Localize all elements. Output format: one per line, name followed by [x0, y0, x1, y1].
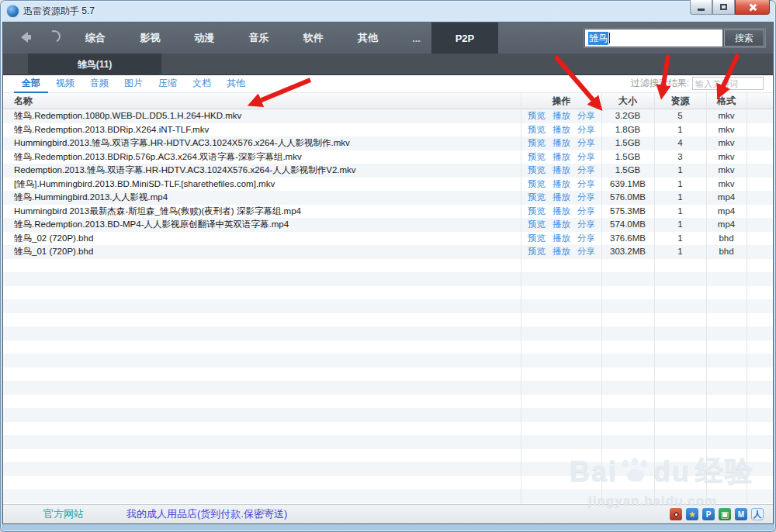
table-row[interactable]: Redemption.2013.雏鸟.双语字幕.HR-HDTV.AC3.1024…: [3, 164, 773, 178]
table-row[interactable]: 雏鸟.Redemption.1080p.WEB-DL.DD5.1.H.264-H…: [3, 109, 773, 123]
table-row[interactable]: 雏鸟.Redemption.2013.BD-MP4-人人影视原创翻译中英双语字幕…: [3, 218, 773, 232]
action-link[interactable]: 分享: [577, 136, 595, 150]
action-link[interactable]: 播放: [553, 109, 570, 123]
minimize-button[interactable]: [690, 0, 712, 15]
tab-p2p[interactable]: P2P: [431, 22, 498, 54]
search-button[interactable]: 搜索: [724, 29, 764, 47]
action-link[interactable]: 预览: [528, 218, 546, 232]
filter-tab[interactable]: 视频: [48, 75, 82, 93]
action-link[interactable]: 分享: [577, 164, 595, 178]
category-tab[interactable]: 动漫: [188, 31, 220, 45]
action-link[interactable]: 预览: [528, 232, 546, 246]
action-link[interactable]: 播放: [553, 178, 570, 192]
action-link[interactable]: 分享: [577, 205, 595, 219]
table-row[interactable]: [雏鸟].Hummingbird.2013.BD.MiniSD-TLF.[sha…: [3, 178, 773, 192]
action-link[interactable]: 预览: [528, 245, 546, 259]
action-link[interactable]: 播放: [553, 245, 570, 259]
camera-icon[interactable]: [670, 508, 682, 520]
category-tab[interactable]: 音乐: [243, 31, 275, 45]
star-icon[interactable]: ★: [686, 508, 698, 520]
player-icon[interactable]: P: [702, 508, 715, 520]
empty-row: [3, 299, 773, 313]
close-button[interactable]: [735, 0, 770, 15]
header-name: 名称: [14, 93, 33, 109]
book-icon[interactable]: M: [735, 508, 747, 520]
action-link[interactable]: 分享: [577, 191, 595, 205]
empty-row: [3, 340, 773, 354]
file-size: 576.0MB: [601, 191, 654, 205]
category-tab[interactable]: 影视: [133, 31, 166, 45]
filter-input[interactable]: [692, 77, 764, 90]
resource-count: 1: [654, 232, 706, 246]
main-toolbar: ... 综合影视动漫音乐软件其他 P2P 雏鸟 搜索: [3, 22, 773, 54]
row-actions: 预览播放分享: [521, 150, 601, 164]
action-link[interactable]: 预览: [528, 123, 546, 137]
action-link[interactable]: 播放: [553, 205, 570, 219]
result-tab-active[interactable]: 雏鸟(11): [28, 54, 161, 75]
file-name: Hummingbird 2013最新杰森-斯坦森_雏鸟(救赎)(夜刑者) 深影字…: [14, 205, 517, 219]
empty-row: [3, 381, 773, 395]
category-more[interactable]: ...: [406, 33, 427, 44]
filter-tab[interactable]: 文档: [185, 75, 219, 93]
action-link[interactable]: 分享: [577, 178, 595, 192]
action-link[interactable]: 播放: [553, 218, 570, 232]
action-link[interactable]: 预览: [528, 109, 546, 123]
resource-count: 3: [654, 150, 706, 164]
table-row[interactable]: Hummingbird 2013最新杰森-斯坦森_雏鸟(救赎)(夜刑者) 深影字…: [3, 205, 773, 219]
action-link[interactable]: 播放: [553, 191, 570, 205]
category-tab[interactable]: 软件: [297, 31, 330, 45]
table-row[interactable]: 雏鸟_02 (720P).bhd 预览播放分享 376.6MB 1 bhd: [3, 232, 773, 246]
action-link[interactable]: 分享: [577, 218, 595, 232]
table-body: 雏鸟.Redemption.1080p.WEB-DL.DD5.1.H.264-H…: [3, 109, 773, 504]
filter-tab[interactable]: 压缩: [151, 75, 185, 93]
category-tab[interactable]: 其他: [352, 31, 384, 45]
action-link[interactable]: 分享: [577, 150, 595, 164]
action-link[interactable]: 播放: [553, 150, 570, 164]
action-link[interactable]: 预览: [528, 191, 546, 205]
refresh-icon[interactable]: [47, 29, 63, 45]
window-title: 迅雷资源助手 5.7: [23, 5, 95, 18]
action-link[interactable]: 分享: [577, 123, 595, 137]
table-row[interactable]: 雏鸟.Redemption.2013.BDRip.576p.AC3.x264.双…: [3, 150, 773, 164]
action-link[interactable]: 分享: [577, 232, 595, 246]
filter-tab[interactable]: 全部: [14, 75, 48, 93]
empty-row: [3, 326, 773, 340]
column-separator: [706, 93, 707, 504]
action-link[interactable]: 播放: [553, 232, 570, 246]
resource-count: 1: [654, 218, 706, 232]
row-actions: 预览播放分享: [521, 218, 601, 232]
table-row[interactable]: 雏鸟.Redemption.2013.BDRip.X264.iNT-TLF.mk…: [3, 123, 773, 137]
search-input[interactable]: 雏鸟: [585, 29, 722, 47]
filter-tab[interactable]: 其他: [219, 75, 253, 93]
row-actions: 预览播放分享: [521, 245, 601, 259]
screen-icon[interactable]: ▣: [719, 508, 731, 520]
action-link[interactable]: 预览: [528, 205, 546, 219]
person-icon[interactable]: 人: [751, 508, 764, 520]
action-link[interactable]: 预览: [528, 150, 546, 164]
file-size: 575.3MB: [601, 205, 654, 219]
filter-tab[interactable]: 图片: [116, 75, 151, 93]
action-link[interactable]: 播放: [553, 136, 570, 150]
back-icon[interactable]: [16, 31, 33, 43]
action-link[interactable]: 预览: [528, 178, 546, 192]
maximize-button[interactable]: [712, 0, 735, 15]
column-separator: [747, 93, 747, 504]
action-link[interactable]: 分享: [577, 245, 595, 259]
file-size: 1.8GB: [601, 123, 654, 137]
official-site-link[interactable]: 官方网站: [43, 507, 84, 521]
action-link[interactable]: 分享: [577, 109, 595, 123]
file-format: mkv: [706, 164, 747, 178]
filter-tab[interactable]: 音频: [82, 75, 116, 93]
action-link[interactable]: 预览: [528, 136, 546, 150]
table-row[interactable]: 雏鸟_01 (720P).bhd 预览播放分享 303.2MB 1 bhd: [3, 245, 773, 259]
action-link[interactable]: 预览: [528, 164, 546, 178]
table-row[interactable]: 雏鸟.Hummingbird.2013.人人影视.mp4 预览播放分享 576.…: [3, 191, 773, 205]
action-link[interactable]: 播放: [553, 123, 570, 137]
table-row[interactable]: Hummingbird.2013.雏鸟.双语字幕.HR-HDTV.AC3.102…: [3, 136, 773, 150]
file-size: 1.5GB: [601, 150, 654, 164]
category-tab[interactable]: 综合: [79, 31, 112, 45]
toolbar-categories: ... 综合影视动漫音乐软件其他: [79, 22, 427, 54]
shop-ad-link[interactable]: 我的成人用品店(货到付款.保密寄送): [126, 507, 287, 521]
row-actions: 预览播放分享: [521, 123, 601, 137]
action-link[interactable]: 播放: [553, 164, 570, 178]
